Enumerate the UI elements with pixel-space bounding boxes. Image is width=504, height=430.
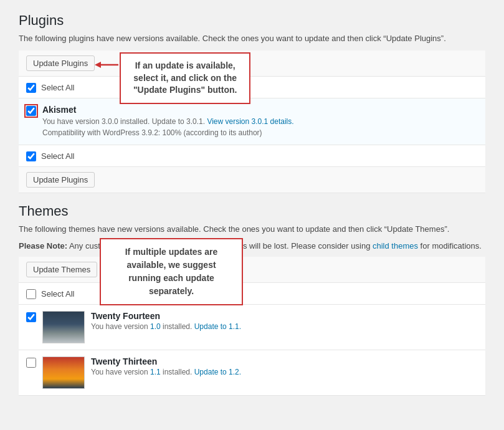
child-themes-link[interactable]: child themes bbox=[373, 241, 418, 251]
update-plugins-button-bottom[interactable]: Update Plugins bbox=[26, 172, 95, 188]
akismet-checkbox[interactable] bbox=[26, 106, 36, 116]
select-all-bottom-checkbox[interactable] bbox=[26, 151, 36, 161]
tooltip2-box: If multiple updates are available, we su… bbox=[100, 238, 243, 305]
twenty-fourteen-old-version-link[interactable]: 1.0 bbox=[150, 322, 161, 331]
twenty-fourteen-desc: You have version 1.0 installed. Update t… bbox=[91, 322, 241, 331]
twenty-thirteen-info: Twenty Thirteen You have version 1.1 ins… bbox=[91, 356, 241, 376]
twenty-fourteen-checkbox[interactable] bbox=[26, 312, 36, 322]
themes-heading: Themes bbox=[19, 203, 485, 219]
akismet-plugin-row: Akismet You have version 3.0.0 installed… bbox=[19, 98, 485, 145]
select-all-top-row: Select All bbox=[19, 77, 485, 98]
select-all-bottom-row: Select All bbox=[19, 145, 485, 167]
twenty-fourteen-update-link[interactable]: Update to 1.1. bbox=[194, 322, 241, 331]
twenty-fourteen-name: Twenty Fourteen bbox=[91, 311, 241, 321]
please-note-label: Please Note: bbox=[19, 241, 67, 251]
twenty-thirteen-desc: You have version 1.1 installed. Update t… bbox=[91, 368, 241, 376]
tooltip2-container: If multiple updates are available, we su… bbox=[100, 238, 243, 305]
plugins-heading: Plugins bbox=[19, 12, 485, 29]
twenty-thirteen-thumbnail bbox=[42, 356, 85, 389]
update-plugins-btn-wrapper: Update Plugins If an update is available… bbox=[26, 55, 95, 71]
update-themes-button[interactable]: Update Themes bbox=[26, 262, 97, 277]
twenty-thirteen-old-version-link[interactable]: 1.1 bbox=[150, 368, 161, 376]
select-all-themes-row: Select All bbox=[19, 283, 485, 305]
akismet-name: Akismet bbox=[42, 105, 294, 115]
themes-description: The following themes have new versions a… bbox=[19, 224, 485, 234]
arrow-icon bbox=[95, 59, 120, 71]
twenty-thirteen-checkbox[interactable] bbox=[26, 358, 36, 368]
akismet-info: Akismet You have version 3.0.0 installed… bbox=[42, 105, 294, 138]
update-plugins-button[interactable]: Update Plugins bbox=[26, 55, 95, 71]
twenty-fourteen-info: Twenty Fourteen You have version 1.0 ins… bbox=[91, 311, 241, 331]
themes-note: Please Note: Any customizations you have… bbox=[19, 241, 485, 251]
twenty-thirteen-update-link[interactable]: Update to 1.2. bbox=[194, 368, 241, 376]
twenty-fourteen-row: Twenty Fourteen You have version 1.0 ins… bbox=[19, 305, 485, 350]
akismet-compat: Compatibility with WordPress 3.9.2: 100%… bbox=[42, 128, 262, 137]
twenty-thirteen-name: Twenty Thirteen bbox=[91, 356, 241, 366]
select-all-bottom-label[interactable]: Select All bbox=[41, 151, 74, 161]
themes-note-end: for modifications. bbox=[421, 241, 482, 251]
akismet-view-link[interactable]: View version 3.0.1 details. bbox=[207, 117, 293, 126]
select-all-themes-label[interactable]: Select All bbox=[41, 289, 74, 299]
twenty-fourteen-thumbnail bbox=[42, 311, 85, 343]
svg-marker-1 bbox=[95, 62, 101, 68]
plugins-description: The following plugins have new versions … bbox=[19, 34, 485, 43]
plugins-button-bottom-row: Update Plugins bbox=[19, 167, 485, 193]
select-all-top-checkbox[interactable] bbox=[26, 83, 36, 93]
themes-button-row: Update Themes If multiple updates are av… bbox=[19, 257, 485, 283]
akismet-desc: You have version 3.0.0 installed. Update… bbox=[42, 116, 294, 138]
plugins-button-row: Update Plugins If an update is available… bbox=[19, 50, 485, 77]
twenty-thirteen-row: Twenty Thirteen You have version 1.1 ins… bbox=[19, 350, 485, 396]
select-all-top-label[interactable]: Select All bbox=[41, 83, 74, 92]
select-all-themes-checkbox[interactable] bbox=[26, 289, 36, 299]
